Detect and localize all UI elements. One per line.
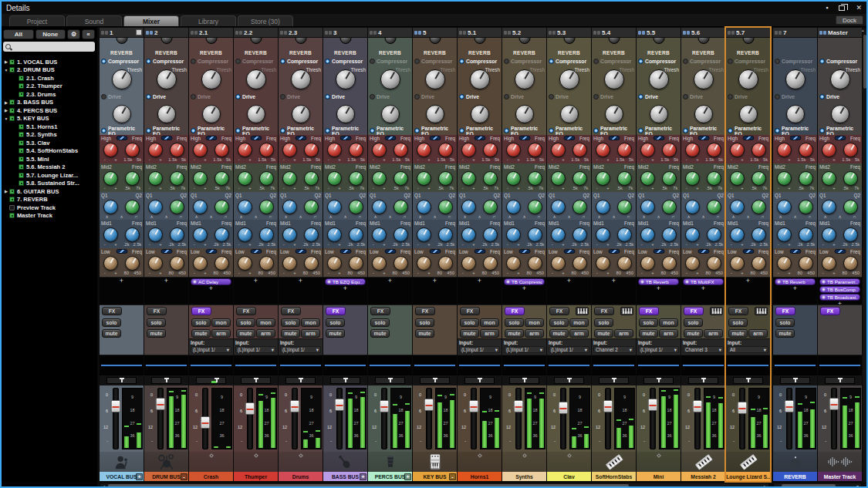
fader-track[interactable] <box>739 388 745 449</box>
track-checkbox[interactable] <box>19 180 24 186</box>
eq-header[interactable]: Parametric EQ <box>234 126 278 135</box>
eq-shape-slider[interactable] <box>160 249 172 254</box>
reverb-send[interactable]: REVERB <box>726 38 770 57</box>
track-checkbox[interactable] <box>19 148 24 153</box>
eq-header[interactable]: Parametric EQ <box>637 126 681 135</box>
eq-gain-knob[interactable] <box>461 227 476 242</box>
eq-gain-knob[interactable] <box>417 256 431 271</box>
compressor-header[interactable]: Compressor <box>592 57 636 66</box>
plugin-list[interactable]: TB Parametri...TB BusComp...TB Broadcast… <box>818 277 862 305</box>
pan-control[interactable] <box>773 375 817 385</box>
drive-knob[interactable] <box>381 105 400 123</box>
input-row[interactable]: Input:(L)Input 1/▾ <box>502 338 546 355</box>
reverb-send-knob[interactable] <box>518 38 530 44</box>
fader-cap[interactable] <box>200 416 210 429</box>
eq-shape-slider[interactable] <box>834 249 846 254</box>
eq-gain-knob[interactable] <box>777 143 792 157</box>
plugin-list[interactable]: TB MultiFX+ <box>681 277 725 305</box>
fader-track[interactable] <box>560 388 566 449</box>
power-icon[interactable] <box>146 94 151 99</box>
track-checkbox[interactable] <box>9 197 15 202</box>
sidebar-item[interactable]: Preview Track <box>2 204 96 212</box>
track-checkbox[interactable] <box>19 132 24 137</box>
pan-control[interactable] <box>234 375 278 385</box>
mute-button[interactable]: mute <box>370 329 390 338</box>
reverb-send[interactable]: REVERB <box>100 38 144 57</box>
eq-shape-slider[interactable] <box>697 136 709 140</box>
input-row[interactable]: Input:Channel 2▾ <box>592 338 636 355</box>
power-icon[interactable] <box>191 128 196 133</box>
track-checkbox[interactable] <box>9 59 15 65</box>
power-icon[interactable] <box>280 128 285 133</box>
drive-header[interactable]: Drive <box>323 93 367 101</box>
eq-gain-knob[interactable] <box>238 227 252 242</box>
midi-keyboard-icon[interactable] <box>755 307 768 315</box>
eq-freq-knob[interactable] <box>214 256 229 271</box>
eq-freq-knob[interactable] <box>438 200 453 214</box>
input-row[interactable]: Input:(L)Input 1/▾ <box>458 338 502 355</box>
eq-freq-knob[interactable] <box>843 171 858 186</box>
solo-button[interactable]: solo <box>415 318 434 327</box>
drive-knob[interactable] <box>650 105 668 123</box>
eq-gain-knob[interactable] <box>551 256 566 271</box>
eq-freq-knob[interactable] <box>528 227 542 242</box>
eq-shape-slider[interactable] <box>474 136 485 140</box>
fx-button[interactable]: FX <box>191 307 211 315</box>
plugin-list[interactable]: TB EZQ Equ...+ <box>323 277 367 305</box>
track-name-label[interactable]: Lounge Lizard S.. <box>726 472 770 481</box>
pan-handle[interactable] <box>390 379 392 382</box>
eq-freq-knob[interactable] <box>393 227 408 242</box>
plugin-list[interactable]: TB Reverb+ <box>637 277 681 305</box>
add-plugin-button[interactable]: + <box>746 278 750 284</box>
compressor-header[interactable]: Compressor <box>773 57 817 66</box>
drive-knob[interactable] <box>831 105 849 123</box>
arm-button[interactable]: arm <box>569 329 589 338</box>
drive-header[interactable]: Drive <box>279 93 323 101</box>
fader-cap[interactable] <box>558 402 568 414</box>
eq-gain-knob[interactable] <box>103 171 118 186</box>
fader-track[interactable] <box>650 388 656 449</box>
eq-freq-knob[interactable] <box>214 227 229 242</box>
fader-cap[interactable] <box>379 400 389 412</box>
tab-store-30-[interactable]: Store (30) <box>238 15 293 26</box>
strip-image-icon[interactable] <box>136 29 142 35</box>
sidebar-item[interactable]: ▶4. PERCS BUS <box>2 106 96 115</box>
fader-track[interactable] <box>247 388 253 449</box>
eq-header[interactable]: Parametric EQ <box>458 126 502 135</box>
eq-gain-knob[interactable] <box>148 171 163 186</box>
compressor-header[interactable]: Compressor <box>726 57 770 66</box>
input-row[interactable]: Input:Channel 3▾ <box>681 338 725 355</box>
compressor-header[interactable]: Compressor <box>637 57 681 66</box>
strip-header[interactable]: 5 <box>413 28 457 38</box>
eq-gain-knob[interactable] <box>238 143 252 157</box>
eq-freq-knob[interactable] <box>125 200 140 214</box>
power-icon[interactable] <box>775 94 780 99</box>
pan-track[interactable] <box>688 377 718 384</box>
eq-freq-knob[interactable] <box>438 143 453 157</box>
power-icon[interactable] <box>370 59 375 64</box>
reverb-send[interactable]: REVERB <box>189 38 233 57</box>
pan-handle[interactable] <box>703 379 705 382</box>
pan-handle[interactable] <box>658 379 660 382</box>
pan-handle[interactable] <box>524 379 526 382</box>
eq-freq-knob[interactable] <box>170 171 184 186</box>
power-icon[interactable] <box>146 59 151 64</box>
fader-cap[interactable] <box>513 400 523 412</box>
track-checkbox[interactable] <box>9 213 15 218</box>
track-checkbox[interactable] <box>19 124 24 130</box>
power-icon[interactable] <box>819 59 825 64</box>
scrollbar-thumb[interactable] <box>108 484 629 487</box>
mute-button[interactable]: mute <box>684 329 703 338</box>
eq-freq-knob[interactable] <box>707 256 721 271</box>
select-none-button[interactable]: None <box>35 29 66 39</box>
eq-freq-knob[interactable] <box>799 200 813 214</box>
reverb-send-knob[interactable] <box>474 38 485 44</box>
fx-button[interactable]: FX <box>549 307 569 315</box>
plugin-list[interactable]: + <box>234 277 278 305</box>
eq-gain-knob[interactable] <box>685 227 700 242</box>
track-name-label[interactable]: Horns1 <box>458 472 502 481</box>
eq-freq-knob[interactable] <box>349 227 363 242</box>
eq-gain-knob[interactable] <box>777 171 792 186</box>
mute-button[interactable]: mute <box>102 329 121 338</box>
eq-gain-knob[interactable] <box>372 227 387 242</box>
